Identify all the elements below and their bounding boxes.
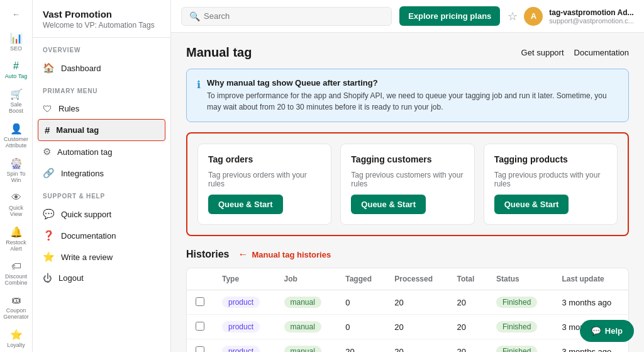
- row-processed-0: 20: [386, 290, 448, 315]
- row-checkbox-2[interactable]: [196, 346, 204, 353]
- card-tag-orders: Tag orders Tag previous orders with your…: [197, 144, 331, 225]
- th-type: Type: [213, 268, 275, 290]
- row-checkbox-cell: [187, 290, 213, 315]
- row-checkbox-0[interactable]: [196, 297, 204, 306]
- sidebar-icon-customerattr[interactable]: 👤 Customer Attribute: [3, 119, 30, 152]
- info-banner-text: To improve performance for the app and S…: [207, 90, 618, 113]
- histories-table-wrap: Type Job Tagged Processed Total Status L…: [186, 268, 629, 352]
- cards-container: Tag orders Tag previous orders with your…: [186, 132, 629, 236]
- histories-table: Type Job Tagged Processed Total Status L…: [187, 268, 628, 352]
- search-box[interactable]: 🔍: [181, 7, 392, 26]
- th-job: Job: [275, 268, 337, 290]
- row-status-0: Finished: [487, 290, 553, 315]
- search-input[interactable]: [204, 11, 384, 21]
- favorite-icon[interactable]: ☆: [508, 9, 518, 23]
- status-badge-2: Finished: [496, 346, 537, 352]
- nav-item-rules[interactable]: 🛡 Rules: [33, 98, 170, 119]
- job-badge-0: manual: [284, 297, 321, 308]
- nav-item-manualtag[interactable]: # Manual tag: [38, 119, 165, 141]
- dashboard-icon: 🏠: [43, 62, 55, 74]
- get-support-link[interactable]: Get support: [521, 48, 564, 57]
- queue-start-orders-button[interactable]: Queue & Start: [208, 195, 283, 214]
- card-tag-orders-desc: Tag previous orders with your rules: [208, 171, 321, 188]
- nav-sidebar: Vast Promotion Welcome to VP: Automation…: [33, 0, 171, 352]
- nav-item-dashboard[interactable]: 🏠 Dashboard: [33, 57, 170, 79]
- nav-sidebar-header: Vast Promotion Welcome to VP: Automation…: [33, 0, 170, 38]
- info-banner-content: Why manual tag show Queue after starting…: [207, 78, 618, 113]
- rules-icon: 🛡: [43, 103, 52, 114]
- type-badge-1: product: [222, 321, 260, 332]
- page-actions: Get support Documentation: [521, 48, 629, 57]
- search-icon: 🔍: [189, 11, 200, 21]
- page-header: Manual tag Get support Documentation: [186, 45, 629, 60]
- queue-start-customers-button[interactable]: Queue & Start: [351, 195, 426, 214]
- automationtag-icon: ⚙: [43, 146, 51, 157]
- writereview-icon: ⭐: [43, 251, 55, 263]
- section-label-support: SUPPORT & HELP: [33, 184, 170, 203]
- documentation-icon: ❓: [43, 230, 55, 241]
- type-badge-0: product: [222, 297, 260, 308]
- type-badge-2: product: [222, 346, 260, 352]
- section-label-primary: PRIMARY MENU: [33, 79, 170, 98]
- sidebar-icon-saleboost[interactable]: 🛒 Sale Boost: [3, 84, 30, 118]
- back-button[interactable]: ←: [3, 5, 30, 23]
- table-header-row: Type Job Tagged Processed Total Status L…: [187, 268, 628, 290]
- th-checkbox: [187, 268, 213, 290]
- quickview-icon: 👁: [11, 192, 21, 203]
- nav-subtitle: Welcome to VP: Automation Tags: [43, 21, 160, 30]
- sidebar-icon-quickview[interactable]: 👁 Quick View: [3, 188, 30, 221]
- autotag-icon: #: [13, 60, 19, 72]
- info-banner-title: Why manual tag show Queue after starting…: [207, 78, 618, 88]
- explore-pricing-button[interactable]: Explore pricing plans: [399, 6, 500, 26]
- documentation-link[interactable]: Documentation: [574, 48, 629, 57]
- sidebar-icon-autotag[interactable]: # Auto Tag: [3, 57, 30, 83]
- customerattr-icon: 👤: [10, 123, 23, 135]
- sidebar-icon-coupon[interactable]: 🎟 Coupon Generator: [3, 291, 30, 324]
- row-checkbox-cell: [187, 315, 213, 339]
- discount-icon: 🏷: [11, 261, 21, 272]
- help-button[interactable]: 💬 Help: [580, 320, 634, 342]
- top-bar-right: ☆ A tag-vastpromotion Ad... support@vast…: [508, 7, 634, 26]
- nav-item-integrations[interactable]: 🔗 Integrations: [33, 162, 170, 184]
- user-name: tag-vastpromotion Ad...: [549, 8, 634, 17]
- row-processed-2: 20: [386, 339, 448, 353]
- card-tagging-customers: Tagging customers Tag previous customers…: [340, 144, 474, 225]
- queue-start-products-button[interactable]: Queue & Start: [494, 195, 569, 214]
- row-status-2: Finished: [487, 339, 553, 353]
- sidebar-icon-seo[interactable]: 📊 SEO: [3, 28, 30, 55]
- card-tagging-customers-desc: Tag previous customers with your rules: [351, 171, 464, 188]
- row-checkbox-cell: [187, 339, 213, 353]
- th-lastupdate: Last update: [553, 268, 628, 290]
- row-tagged-2: 20: [336, 339, 386, 353]
- card-tagging-products-desc: Tag previous products with your rules: [494, 171, 607, 188]
- row-checkbox-1[interactable]: [196, 322, 204, 331]
- th-status: Status: [487, 268, 553, 290]
- nav-item-quicksupport[interactable]: 💬 Quick support: [33, 203, 170, 225]
- sidebar-icon-discount[interactable]: 🏷 Discount Combine: [3, 257, 30, 290]
- table-row: product manual 0 20 20 Finished 3 months…: [187, 315, 628, 339]
- info-icon: ℹ: [197, 79, 201, 91]
- coupon-icon: 🎟: [11, 295, 21, 306]
- sidebar-icon-restock[interactable]: 🔔 Restock Alert: [3, 222, 30, 256]
- loyalty-icon: ⭐: [10, 329, 23, 341]
- job-badge-2: manual: [284, 346, 321, 352]
- row-total-0: 20: [448, 290, 487, 315]
- histories-title: Histories: [186, 249, 229, 260]
- sidebar-icon-loyalty[interactable]: ⭐ Loyalty: [3, 325, 30, 352]
- logout-icon: ⏻: [43, 273, 52, 283]
- main-area: 🔍 Explore pricing plans ☆ A tag-vastprom…: [171, 0, 644, 352]
- avatar[interactable]: A: [524, 7, 543, 26]
- sidebar-icon-spintowin[interactable]: 🎡 Spin To Win: [3, 154, 30, 187]
- row-job-0: manual: [275, 290, 337, 315]
- arrow-left-icon: ←: [238, 249, 248, 260]
- quicksupport-icon: 💬: [43, 208, 55, 220]
- nav-item-automationtag[interactable]: ⚙ Automation tag: [33, 141, 170, 162]
- nav-item-documentation[interactable]: ❓ Documentation: [33, 225, 170, 246]
- row-type-1: product: [213, 315, 275, 339]
- page-title: Manual tag: [186, 45, 252, 60]
- table-row: product manual 0 20 20 Finished 3 months…: [187, 290, 628, 315]
- row-tagged-1: 0: [336, 315, 386, 339]
- nav-item-writereview[interactable]: ⭐ Write a review: [33, 246, 170, 268]
- row-type-0: product: [213, 290, 275, 315]
- nav-item-logout[interactable]: ⏻ Logout: [33, 268, 170, 288]
